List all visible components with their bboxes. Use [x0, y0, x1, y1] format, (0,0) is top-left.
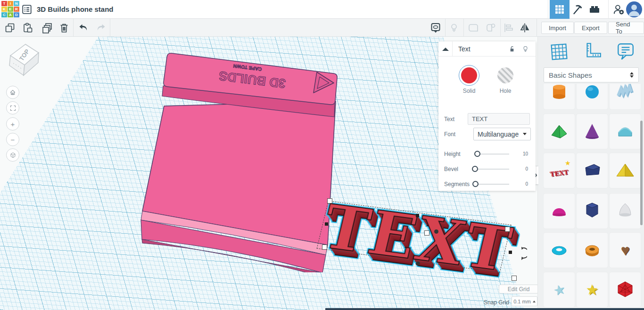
logo-cell: T: [1, 1, 7, 6]
document-title[interactable]: 3D Builds phone stand: [37, 5, 114, 13]
bevel-slider-track[interactable]: [475, 169, 509, 170]
duplicate-icon[interactable]: [41, 22, 53, 33]
ruler-tool-icon[interactable]: [583, 41, 603, 62]
svg-text:♥: ♥: [621, 242, 630, 259]
hole-label: Hole: [491, 88, 520, 94]
workplane-tool-icon[interactable]: [549, 41, 570, 62]
height-slider-knob[interactable]: [474, 151, 480, 157]
light-view-icon[interactable]: [448, 22, 460, 33]
shape-tile[interactable]: [577, 84, 608, 109]
solid-material-button[interactable]: [461, 67, 477, 83]
shape-tile[interactable]: [577, 233, 608, 268]
bevel-label: Bevel: [444, 166, 458, 172]
unlock-icon[interactable]: [508, 45, 516, 53]
zoom-out-button[interactable]: −: [6, 133, 19, 146]
shape-tile[interactable]: [544, 233, 575, 268]
divider: [110, 19, 110, 37]
scale-handle[interactable]: [505, 227, 510, 232]
rotate-handle-icon[interactable]: [515, 246, 527, 261]
triangle-up-icon: [442, 48, 449, 51]
logo-cell: D: [14, 12, 19, 17]
hole-material-button[interactable]: [497, 67, 513, 83]
shape-tile[interactable]: [544, 84, 575, 109]
minecraft-pickaxe-icon[interactable]: [571, 0, 584, 19]
flip-mirror-icon[interactable]: [519, 22, 530, 33]
import-button[interactable]: Import: [541, 22, 574, 34]
undo-icon[interactable]: [78, 22, 89, 33]
text-value-input[interactable]: [468, 113, 530, 125]
font-select[interactable]: Multilanguage: [473, 128, 531, 140]
logo-cell: N: [14, 1, 19, 6]
logo-cell: I: [8, 1, 13, 6]
paste-icon[interactable]: [22, 22, 33, 33]
scale-handle[interactable]: [512, 276, 517, 281]
shape-tile[interactable]: [610, 84, 641, 109]
svg-text:★: ★: [586, 282, 599, 297]
segments-slider-track[interactable]: [475, 184, 509, 185]
copy-icon[interactable]: [4, 22, 16, 33]
logo-cell: C: [1, 12, 7, 17]
top-bar: T I N K E R C A D 3D Builds phone stand: [0, 0, 644, 19]
brick-build-icon[interactable]: [587, 0, 602, 19]
snap-grid-dropdown[interactable]: 0.1 mm: [512, 296, 537, 306]
add-user-icon[interactable]: [612, 0, 625, 19]
show-workplane-icon[interactable]: [430, 22, 441, 33]
collapse-panel-button[interactable]: [438, 41, 453, 57]
shape-tile[interactable]: ★★: [577, 272, 608, 307]
scale-handle[interactable]: [424, 230, 429, 236]
scrollbar-thumb[interactable]: [640, 121, 643, 225]
shape-category-select[interactable]: Basic Shapes: [544, 67, 639, 82]
shape-tile[interactable]: [610, 272, 641, 307]
avatar[interactable]: [626, 1, 642, 17]
perspective-toggle-button[interactable]: [6, 148, 19, 162]
group-icon[interactable]: [468, 22, 479, 33]
shape-tile[interactable]: [610, 194, 641, 228]
phone-stand-model[interactable]: 3D BUILDS CAPE TOWN: [132, 46, 349, 272]
shape-tile[interactable]: [544, 114, 575, 149]
fit-view-button[interactable]: [6, 101, 19, 114]
design-menu-icon[interactable]: [22, 4, 32, 15]
shapes-panel: Basic Shapes ★TEXTTEXT: [537, 37, 644, 310]
shape-properties-panel: Text Solid Hole Text Font Multilanguage …: [438, 41, 536, 191]
zoom-in-button[interactable]: +: [6, 117, 19, 131]
ungroup-icon[interactable]: [485, 22, 496, 33]
shape-tile[interactable]: [577, 153, 608, 188]
height-handle[interactable]: [325, 222, 328, 226]
scale-handle[interactable]: [327, 198, 332, 204]
shape-tile[interactable]: [610, 153, 641, 188]
view-cube[interactable]: TOP: [4, 40, 43, 83]
shape-tile[interactable]: [577, 114, 608, 149]
snap-grid-label: Snap Grid: [484, 299, 509, 306]
tinkercad-logo[interactable]: T I N K E R C A D: [1, 1, 19, 18]
shape-tile[interactable]: [544, 194, 575, 228]
divider: [500, 19, 501, 37]
export-button[interactable]: Export: [574, 22, 607, 34]
shape-list[interactable]: ★TEXTTEXT ♥♥ ★★ ★★: [538, 84, 642, 310]
shape-tile[interactable]: ★TEXTTEXT: [544, 153, 575, 188]
home-view-button[interactable]: [6, 86, 19, 99]
height-handle[interactable]: [416, 214, 419, 217]
hide-shape-bulb-icon[interactable]: [521, 45, 529, 53]
anchor-dot[interactable]: [434, 229, 438, 234]
notes-tool-icon[interactable]: [616, 41, 636, 62]
delete-icon[interactable]: [58, 22, 70, 33]
shape-tile[interactable]: [610, 114, 641, 149]
scale-handle[interactable]: [322, 245, 327, 250]
shape-tile[interactable]: ♥♥: [610, 233, 641, 268]
height-handle[interactable]: [509, 251, 512, 254]
shape-tile[interactable]: ★★: [544, 272, 575, 307]
bevel-slider-knob[interactable]: [472, 166, 478, 172]
dashboard-grid-icon[interactable]: [550, 0, 570, 19]
bottom-taskbar-strip: [325, 308, 644, 310]
edit-grid-button[interactable]: Edit Grid: [499, 285, 538, 294]
align-icon[interactable]: [503, 22, 514, 33]
shape-tile[interactable]: [577, 194, 608, 228]
send-to-button[interactable]: Send To: [608, 22, 644, 34]
segments-slider-knob[interactable]: [472, 181, 479, 187]
solid-label: Solid: [455, 88, 483, 94]
divider: [537, 19, 537, 37]
logo-cell: A: [8, 12, 13, 17]
anchor-dot[interactable]: [416, 261, 420, 266]
redo-icon[interactable]: [95, 22, 107, 33]
logo-cell: R: [14, 7, 19, 12]
